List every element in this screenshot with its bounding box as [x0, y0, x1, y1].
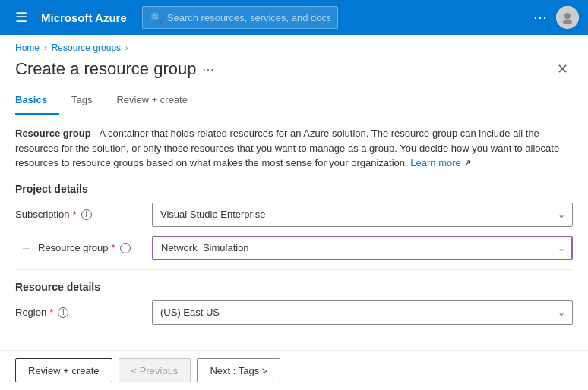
previous-button[interactable]: < Previous: [119, 358, 191, 382]
search-input[interactable]: [167, 12, 330, 24]
breadcrumb-home[interactable]: Home: [15, 42, 40, 53]
subscription-select[interactable]: Visual Studio Enterprise: [152, 203, 573, 227]
search-bar[interactable]: 🔍: [142, 6, 339, 29]
region-info-icon[interactable]: i: [58, 307, 68, 318]
page-title: Create a resource group: [15, 59, 196, 79]
section-divider: [15, 269, 573, 270]
content-panel: Basics Tags Review + create Resource gro…: [0, 86, 588, 350]
breadcrumb-sep-1: ›: [44, 43, 47, 52]
main-area: Home › Resource groups › Create a resour…: [0, 35, 588, 390]
next-button[interactable]: Next : Tags >: [197, 358, 280, 382]
app-title: Microsoft Azure: [41, 11, 127, 24]
resource-group-select-wrapper: Network_Simulation ⌄: [152, 236, 573, 260]
footer: Review + create < Previous Next : Tags >: [0, 350, 588, 390]
region-label: Region * i: [15, 307, 152, 318]
review-create-button[interactable]: Review + create: [15, 358, 112, 382]
tab-tags[interactable]: Tags: [59, 86, 104, 115]
breadcrumb-sep-2: ›: [125, 43, 128, 52]
svg-point-0: [564, 13, 571, 19]
description-bold: Resource group: [15, 127, 91, 139]
subscription-info-icon[interactable]: i: [81, 209, 92, 220]
resource-group-required: *: [112, 242, 115, 253]
resource-details-section: Resource details Region * i (US) East US…: [15, 281, 573, 325]
hamburger-menu[interactable]: ☰: [9, 6, 33, 29]
description-text: Resource group - A container that holds …: [15, 126, 573, 171]
region-required: *: [49, 307, 53, 318]
tab-review-create[interactable]: Review + create: [104, 86, 200, 115]
user-avatar[interactable]: [556, 6, 579, 29]
resource-group-row: Resource group * i Network_Simulation ⌄: [38, 236, 573, 260]
subscription-required: *: [73, 209, 77, 220]
breadcrumb-resource-groups[interactable]: Resource groups: [52, 42, 121, 53]
subscription-row: Subscription * i Visual Studio Enterpris…: [15, 203, 573, 227]
svg-point-1: [563, 20, 572, 25]
region-row: Region * i (US) East US ⌄: [15, 300, 573, 325]
tab-bar: Basics Tags Review + create: [15, 86, 573, 115]
resource-group-container: Resource group * i Network_Simulation ⌄: [15, 236, 573, 260]
close-button[interactable]: ✕: [552, 59, 573, 79]
search-icon: 🔍: [150, 12, 163, 24]
region-select[interactable]: (US) East US: [152, 300, 573, 325]
learn-more-link[interactable]: Learn more: [410, 157, 460, 168]
page-header: Create a resource group ⋯ ✕: [0, 56, 588, 86]
external-link-icon: ↗: [463, 157, 472, 168]
resource-group-info-icon[interactable]: i: [120, 243, 131, 253]
more-options-icon[interactable]: ⋯: [533, 9, 548, 26]
project-details-section: Project details Subscription * i Visual …: [15, 183, 573, 260]
resource-group-select[interactable]: Network_Simulation: [152, 236, 573, 260]
subscription-select-wrapper: Visual Studio Enterprise ⌄: [152, 203, 573, 227]
region-select-wrapper: (US) East US ⌄: [152, 300, 573, 325]
page-title-more-icon[interactable]: ⋯: [202, 62, 216, 77]
top-navigation: ☰ Microsoft Azure 🔍 ⋯: [0, 0, 588, 35]
resource-details-heading: Resource details: [15, 281, 573, 293]
subscription-label: Subscription * i: [15, 209, 152, 220]
project-details-heading: Project details: [15, 183, 573, 195]
page-title-area: Create a resource group ⋯: [15, 59, 216, 79]
resource-group-label: Resource group * i: [38, 242, 152, 253]
tab-basics[interactable]: Basics: [15, 86, 59, 115]
breadcrumb: Home › Resource groups ›: [0, 35, 588, 56]
description-rest: - A container that holds related resourc…: [15, 127, 559, 168]
